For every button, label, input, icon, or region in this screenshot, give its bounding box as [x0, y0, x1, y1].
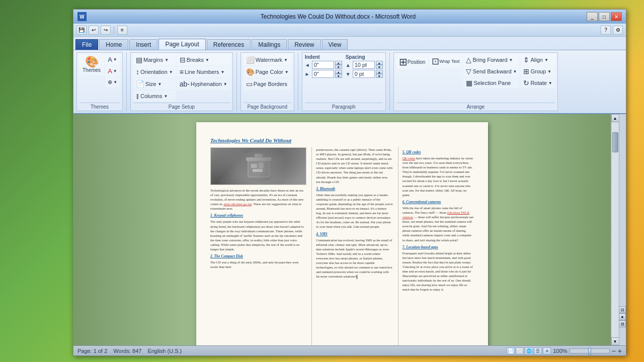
- options-button[interactable]: ⚙: [613, 26, 623, 35]
- wrap-text-button[interactable]: ⊡ Wrap Text: [429, 54, 462, 68]
- orientation-button[interactable]: ↕ Orientation ▼: [133, 66, 176, 77]
- breaks-icon: ⊟: [180, 56, 186, 64]
- svg-point-0: [246, 173, 271, 182]
- rotate-button[interactable]: ↻ Rotate ▼: [521, 77, 554, 88]
- word-count: Words: 847: [113, 348, 141, 354]
- section-3-text: Other than successfully making you appea…: [316, 193, 392, 229]
- line-numbers-button[interactable]: ≡ Line Numbers ▼: [177, 66, 230, 77]
- section-4-heading: 4. SMS: [316, 232, 392, 236]
- watermark-button[interactable]: ⬜ Watermark ▼: [244, 54, 291, 65]
- column-middle: predecessors, the cassette tape (shiver)…: [311, 147, 392, 345]
- spacing-after-up-arrow[interactable]: ▲: [376, 70, 383, 74]
- selection-pane-button[interactable]: ▦ Selection Pane: [463, 77, 519, 88]
- right-arrow-icon: ►: [305, 71, 311, 77]
- spacing-before-down-arrow[interactable]: ▼: [376, 65, 383, 69]
- page-setup-group: ▤ Margins ▼ ↕ Orientation ▼ 📄 Size: [130, 52, 233, 111]
- article-image: [210, 147, 306, 185]
- indent-right-input[interactable]: 0": [312, 70, 334, 78]
- font-theme-button[interactable]: A▼: [105, 54, 120, 65]
- customize-button[interactable]: ≡: [117, 26, 127, 35]
- section-6-text: With the rise of smart phones came the f…: [403, 206, 474, 242]
- maximize-button[interactable]: □: [599, 12, 610, 21]
- ribbon: File Home Insert Page Layout References …: [73, 37, 626, 114]
- vertical-scrollbar[interactable]: ▲ ▼ ⊡ ● ⊟: [611, 114, 619, 345]
- ribbon-divider-3: [298, 52, 298, 111]
- save-button[interactable]: 💾: [76, 26, 87, 35]
- intro-paragraph: Technological advances in the recent dec…: [210, 188, 306, 211]
- zoom-in-button[interactable]: +: [618, 347, 622, 355]
- spacing-before-up-arrow[interactable]: ▲: [376, 61, 383, 65]
- ribbon-divider-2: [236, 52, 237, 111]
- document-scroll[interactable]: Technologies We Could Do Without: [73, 114, 611, 345]
- indent-right-row: ► 0" ▲ ▼: [305, 70, 342, 78]
- columns-icon: ⫿: [136, 92, 139, 100]
- spacing-after-input[interactable]: 0 pt: [353, 70, 375, 78]
- group-button[interactable]: ⊞ Group ▼: [521, 66, 554, 77]
- scrollbar-track[interactable]: [612, 122, 619, 337]
- section-7-heading: 7. Location-based apps: [403, 245, 474, 249]
- web-layout-view[interactable]: 🌐: [525, 347, 533, 354]
- tab-references[interactable]: References: [207, 39, 251, 50]
- zoom-slider[interactable]: [570, 348, 610, 353]
- tab-home[interactable]: Home: [99, 39, 128, 50]
- section-1-heading: 1. Keypad cellphones: [210, 213, 306, 218]
- spacing-after-down-arrow[interactable]: ▼: [376, 74, 383, 78]
- wrap-text-icon: ⊡: [432, 56, 439, 67]
- outline-view[interactable]: ☰: [534, 347, 542, 354]
- redo-button[interactable]: ↪: [101, 26, 111, 35]
- title-bar: W Technologies We Could Do Without.docx …: [73, 10, 626, 24]
- tab-view[interactable]: View: [322, 39, 348, 50]
- scroll-down-button[interactable]: ▼: [611, 337, 619, 345]
- scrollbar-thumb[interactable]: [612, 132, 618, 152]
- indent-right-up-arrow[interactable]: ▲: [335, 70, 342, 74]
- document-page: Technologies We Could Do Without: [196, 122, 488, 345]
- size-button[interactable]: 📄 Size ▼: [133, 78, 176, 89]
- columns-button[interactable]: ⫿ Columns ▼: [133, 90, 176, 102]
- svg-rect-2: [249, 161, 269, 176]
- hyphenation-button[interactable]: ab- Hyphenation ▼: [177, 78, 230, 89]
- tab-mailings[interactable]: Mailings: [252, 39, 287, 50]
- svg-rect-1: [248, 160, 270, 177]
- page-borders-button[interactable]: ▭ Page Borders: [244, 78, 291, 89]
- print-layout-view[interactable]: 📄: [507, 347, 515, 354]
- full-screen-view[interactable]: ⬜: [516, 347, 524, 354]
- page-color-button[interactable]: 🎨 Page Color ▼: [244, 66, 291, 77]
- zoom-thumb[interactable]: [588, 348, 591, 355]
- undo-button[interactable]: ↩: [89, 26, 99, 35]
- indent-left-input[interactable]: 0": [312, 61, 334, 69]
- zoom-label: 100%: [553, 348, 567, 354]
- indent-right-down-arrow[interactable]: ▼: [335, 74, 342, 78]
- size-icon: 📄: [136, 80, 144, 88]
- section-2-text: The CD was a thing of the early 2000s, a…: [210, 260, 306, 269]
- draft-view[interactable]: ≡: [543, 347, 551, 354]
- rotate-icon: ↻: [523, 79, 529, 87]
- indent-left-up-arrow[interactable]: ▲: [335, 61, 342, 65]
- tab-page-layout[interactable]: Page Layout: [158, 39, 205, 50]
- page-background-group: ⬜ Watermark ▼ 🎨 Page Color ▼ ▭ Page Bord…: [240, 52, 294, 111]
- arrange-group: ⊞ Position ⊡ Wrap Text: [393, 52, 558, 111]
- tab-review[interactable]: Review: [288, 39, 320, 50]
- color-theme-button[interactable]: A▼: [105, 66, 120, 76]
- indent-left-down-arrow[interactable]: ▼: [335, 65, 342, 69]
- send-backward-button[interactable]: ▽ Send Backward ▼: [463, 66, 519, 77]
- page-up-button[interactable]: ⊡: [619, 306, 626, 313]
- scroll-up-button[interactable]: ▲: [611, 114, 619, 122]
- margins-icon: ▤: [136, 56, 142, 64]
- select-browse-button[interactable]: ●: [619, 313, 626, 320]
- tab-insert[interactable]: Insert: [129, 39, 157, 50]
- close-button[interactable]: ✕: [611, 12, 622, 21]
- spacing-before-input[interactable]: 10 pt: [353, 61, 375, 69]
- position-button[interactable]: ⊞ Position: [396, 54, 428, 69]
- page-down-button[interactable]: ⊟: [619, 320, 626, 327]
- effects-button[interactable]: ⊕▼: [105, 77, 120, 87]
- status-bar: Page: 1 of 2 Words: 847 English (U.S.) 📄…: [73, 345, 626, 355]
- bring-forward-button[interactable]: △ Bring Forward ▼: [463, 54, 519, 65]
- margins-button[interactable]: ▤ Margins ▼: [133, 54, 176, 65]
- themes-button[interactable]: 🎨 Themes: [79, 54, 104, 75]
- minimize-button[interactable]: _: [587, 12, 598, 21]
- tab-file[interactable]: File: [75, 39, 98, 50]
- breaks-button[interactable]: ⊟ Breaks ▼: [177, 54, 230, 65]
- align-button[interactable]: ⇕ Align ▼: [521, 54, 554, 65]
- help-icon[interactable]: ?: [601, 26, 611, 35]
- zoom-out-button[interactable]: −: [612, 347, 616, 355]
